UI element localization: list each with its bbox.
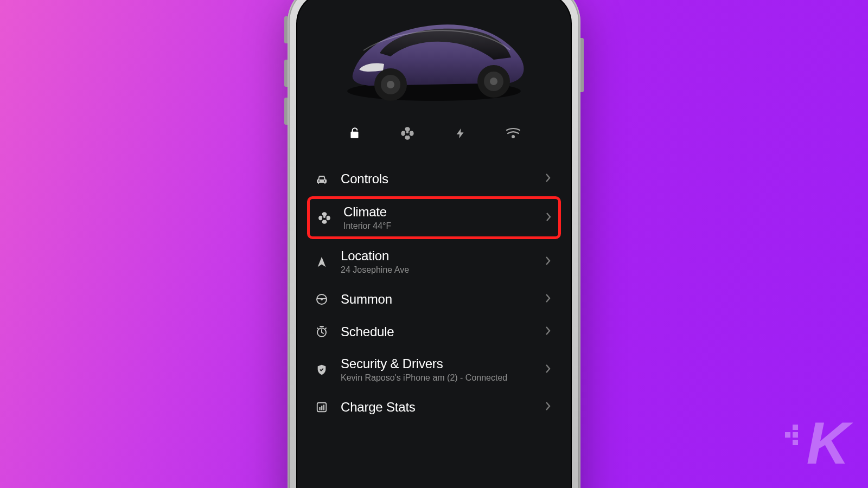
chevron-right-icon xyxy=(545,256,551,268)
chart-icon xyxy=(314,399,330,415)
fan-icon xyxy=(316,210,333,226)
menu-item-schedule[interactable]: Schedule xyxy=(314,316,554,348)
menu-list: Controls Climate Interior 44°F xyxy=(314,163,554,423)
svg-point-3 xyxy=(387,81,394,88)
menu-title: Summon xyxy=(341,292,545,307)
quick-actions-row xyxy=(314,113,554,163)
menu-title: Security & Drivers xyxy=(341,356,545,371)
charge-port-icon xyxy=(505,127,521,142)
menu-item-controls[interactable]: Controls xyxy=(314,163,554,195)
chevron-right-icon xyxy=(545,212,552,224)
watermark-letter: K xyxy=(807,409,846,476)
watermark: K xyxy=(807,408,846,477)
chevron-right-icon xyxy=(545,173,551,185)
menu-title: Controls xyxy=(341,171,545,187)
svg-point-6 xyxy=(490,78,497,85)
menu-title: Location xyxy=(341,248,545,264)
phone-mockup: Controls Climate Interior 44°F xyxy=(288,0,580,488)
svg-point-7 xyxy=(512,135,515,138)
phone-screen: Controls Climate Interior 44°F xyxy=(297,0,571,488)
bolt-icon xyxy=(455,126,467,143)
watermark-dots-icon xyxy=(780,425,801,446)
menu-item-location[interactable]: Location 24 Josephine Ave xyxy=(314,240,554,283)
menu-item-charge-stats[interactable]: Charge Stats xyxy=(314,391,554,423)
quick-action-charge[interactable] xyxy=(449,123,473,146)
shield-icon xyxy=(314,362,330,378)
menu-subtitle: 24 Josephine Ave xyxy=(341,265,545,275)
steering-icon xyxy=(314,291,330,307)
menu-title: Schedule xyxy=(341,324,545,339)
menu-item-climate[interactable]: Climate Interior 44°F xyxy=(307,196,561,239)
svg-rect-11 xyxy=(321,406,322,410)
chevron-right-icon xyxy=(545,401,551,413)
menu-title: Climate xyxy=(343,204,545,220)
vehicle-image xyxy=(314,0,554,113)
svg-rect-12 xyxy=(323,404,324,410)
navigation-icon xyxy=(314,254,330,270)
menu-subtitle: Kevin Raposo's iPhone am (2) - Connected xyxy=(341,373,545,383)
menu-title: Charge Stats xyxy=(341,400,545,415)
quick-action-lock[interactable] xyxy=(343,123,367,146)
clock-bolt-icon xyxy=(314,324,330,340)
menu-item-summon[interactable]: Summon xyxy=(314,283,554,316)
chevron-right-icon xyxy=(545,364,551,376)
car-icon xyxy=(314,171,330,187)
fan-icon xyxy=(400,126,415,143)
menu-subtitle: Interior 44°F xyxy=(343,221,545,231)
unlock-icon xyxy=(348,126,362,143)
quick-action-port[interactable] xyxy=(501,123,525,146)
quick-action-fan[interactable] xyxy=(395,123,419,146)
menu-item-security[interactable]: Security & Drivers Kevin Raposo's iPhone… xyxy=(314,348,554,391)
svg-rect-10 xyxy=(319,407,320,410)
chevron-right-icon xyxy=(545,326,551,338)
chevron-right-icon xyxy=(545,293,551,305)
